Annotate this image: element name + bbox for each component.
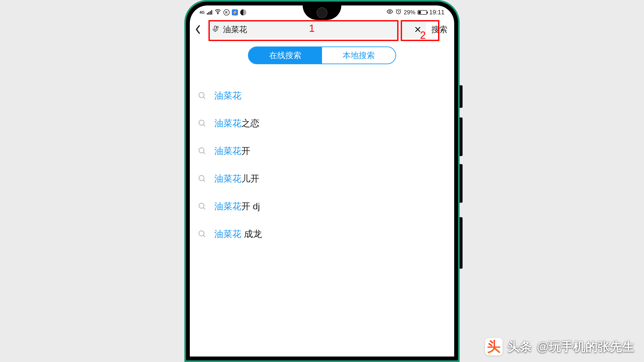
suggestion-highlight: 油菜花 <box>214 118 241 128</box>
segment-online-search[interactable]: 在线搜索 <box>248 47 322 63</box>
wifi-icon <box>214 8 221 16</box>
search-input-container[interactable] <box>207 21 426 38</box>
suggestion-rest: 开 <box>241 146 250 156</box>
side-button <box>460 164 462 203</box>
suggestion-item[interactable]: 油菜花 成龙 <box>196 220 448 248</box>
phone-device-frame: 4G K ⚡ 29% <box>184 0 460 362</box>
suggestion-item[interactable]: 油菜花 <box>196 82 448 110</box>
suggestion-item[interactable]: 油菜花儿开 <box>196 165 448 193</box>
svg-point-9 <box>199 203 204 208</box>
search-scope-segmented-control: 在线搜索 本地搜索 <box>248 46 396 64</box>
search-icon <box>198 147 206 155</box>
suggestion-list: 油菜花 油菜花之恋 油菜花开 油菜花儿开 油菜花开 dj <box>190 69 454 248</box>
lightning-app-icon: ⚡ <box>232 9 238 15</box>
search-button[interactable]: 搜索 <box>428 21 450 38</box>
watermark-brand: 头条 <box>508 339 532 355</box>
suggestion-highlight: 油菜花 <box>214 201 241 211</box>
segment-local-search[interactable]: 本地搜索 <box>322 47 396 63</box>
suggestion-item[interactable]: 油菜花开 dj <box>196 193 448 220</box>
svg-point-6 <box>199 120 204 125</box>
svg-point-0 <box>218 13 218 14</box>
battery-icon <box>418 10 427 15</box>
suggestion-item[interactable]: 油菜花之恋 <box>196 110 448 137</box>
search-icon <box>198 174 206 183</box>
alarm-icon <box>396 8 402 16</box>
search-icon <box>198 230 206 238</box>
watermark: 头 头条 @玩手机的张先生 <box>485 338 634 356</box>
signal-icon <box>207 10 212 15</box>
suggestion-rest: 儿开 <box>241 173 259 184</box>
microphone-icon[interactable] <box>212 25 219 34</box>
svg-point-1 <box>389 11 391 12</box>
suggestion-item[interactable]: 油菜花开 <box>196 137 448 165</box>
annotation-label-2: 2 <box>420 29 426 41</box>
svg-point-10 <box>199 231 204 236</box>
sync-icon <box>240 9 246 15</box>
suggestion-rest: 开 dj <box>241 201 260 211</box>
svg-point-5 <box>199 92 204 98</box>
svg-point-8 <box>199 176 204 181</box>
suggestion-highlight: 油菜花 <box>214 90 241 100</box>
side-button <box>460 85 462 108</box>
search-icon <box>198 119 206 128</box>
suggestion-rest: 之恋 <box>241 118 259 128</box>
watermark-handle: @玩手机的张先生 <box>537 339 634 355</box>
search-icon <box>198 91 206 100</box>
search-input[interactable] <box>223 25 410 34</box>
svg-point-4 <box>217 26 218 28</box>
back-button[interactable] <box>192 25 204 34</box>
eye-icon <box>386 8 393 16</box>
svg-rect-3 <box>214 26 216 30</box>
status-bar-right: 29% 19:11 <box>386 8 444 16</box>
svg-point-7 <box>199 148 204 153</box>
search-icon <box>198 202 206 211</box>
phone-screen-container: 4G K ⚡ 29% <box>190 5 454 357</box>
suggestion-rest: 成龙 <box>241 229 262 239</box>
suggestion-highlight: 油菜花 <box>214 146 241 156</box>
k-app-icon: K <box>224 9 230 15</box>
status-bar-left: 4G K ⚡ <box>200 8 246 16</box>
search-header: 搜索 1 <box>190 19 454 40</box>
suggestion-highlight: 油菜花 <box>214 229 241 239</box>
side-button <box>460 217 462 269</box>
clock-label: 19:11 <box>429 9 444 16</box>
toutiao-logo-icon: 头 <box>485 338 503 356</box>
side-button <box>460 117 462 156</box>
network-type-label: 4G <box>200 10 205 15</box>
battery-percent-label: 29% <box>404 9 416 16</box>
suggestion-highlight: 油菜花 <box>214 173 241 184</box>
app-screen: 4G K ⚡ 29% <box>190 5 454 357</box>
